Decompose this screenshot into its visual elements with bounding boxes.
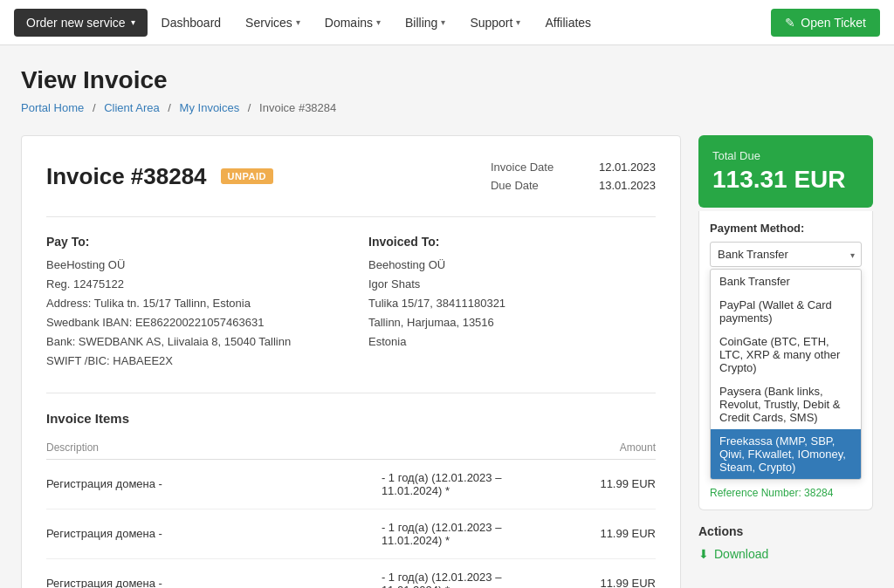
open-ticket-button[interactable]: ✎ Open Ticket xyxy=(771,9,880,37)
pay-to-block: Pay To: BeeHosting OÜReg. 12475122Addres… xyxy=(46,235,334,372)
payment-card: Payment Method: Bank TransferPayPal (Wal… xyxy=(698,211,873,510)
item-description: Регистрация домена - xyxy=(46,558,382,588)
page-title: View Invoice xyxy=(21,66,873,94)
invoice-number: Invoice #38284 xyxy=(46,163,207,190)
item-description: Регистрация домена - xyxy=(46,459,382,509)
order-new-service-button[interactable]: Order new service ▾ xyxy=(14,9,148,37)
order-caret-icon: ▾ xyxy=(131,17,135,27)
invoice-items-table: Description Amount Регистрация домена - … xyxy=(46,436,656,588)
download-button[interactable]: ⬇ Download xyxy=(698,547,768,561)
invoice-header: Invoice #38284 UNPAID Invoice Date 12.01… xyxy=(46,161,656,192)
support-caret-icon: ▾ xyxy=(516,17,520,27)
services-caret-icon: ▾ xyxy=(296,17,300,27)
total-label: Total Due xyxy=(712,149,859,162)
payment-method-label: Payment Method: xyxy=(710,222,862,235)
invoice-dates: Invoice Date 12.01.2023 Due Date 13.01.2… xyxy=(491,161,656,192)
item-amount: 11.99 EUR xyxy=(564,509,656,558)
breadcrumb-client-area[interactable]: Client Area xyxy=(104,101,160,114)
nav-billing[interactable]: Billing ▾ xyxy=(395,0,456,45)
status-badge: UNPAID xyxy=(221,168,273,184)
invoiced-to-lines: Beehosting OÜIgor ShatsTulika 15/17, 384… xyxy=(368,256,656,352)
col-amount: Amount xyxy=(564,436,656,460)
actions-section: Actions ⬇ Download xyxy=(698,524,873,561)
breadcrumb: Portal Home / Client Area / My Invoices … xyxy=(21,101,873,114)
pay-to-lines: BeeHosting OÜReg. 12475122Address: Tulik… xyxy=(46,256,334,372)
nav-dashboard[interactable]: Dashboard xyxy=(151,0,232,45)
table-row: Регистрация домена - - 1 год(а) (12.01.2… xyxy=(46,509,656,558)
invoice-date-value: 12.01.2023 xyxy=(599,161,656,174)
due-date-value: 13.01.2023 xyxy=(599,179,656,192)
billing-caret-icon: ▾ xyxy=(441,17,445,27)
dropdown-item[interactable]: PayPal (Wallet & Card payments) xyxy=(711,293,861,330)
table-row: Регистрация домена - - 1 год(а) (12.01.2… xyxy=(46,558,656,588)
sidebar: Total Due 113.31 EUR Payment Method: Ban… xyxy=(698,135,873,561)
invoice-card: Invoice #38284 UNPAID Invoice Date 12.01… xyxy=(21,135,681,588)
item-amount: 11.99 EUR xyxy=(564,558,656,588)
invoice-date-label: Invoice Date xyxy=(491,161,578,174)
col-description: Description xyxy=(46,436,382,460)
order-label: Order new service xyxy=(26,16,126,30)
breadcrumb-current: Invoice #38284 xyxy=(259,101,336,114)
dropdown-item[interactable]: Freekassa (MMP, SBP, Qiwi, FKwallet, IОm… xyxy=(711,429,861,479)
domains-caret-icon: ▾ xyxy=(376,17,381,27)
invoiced-to-block: Invoiced To: Beehosting OÜIgor ShatsTuli… xyxy=(368,235,656,372)
total-amount: 113.31 EUR xyxy=(712,166,859,194)
payment-dropdown[interactable]: Bank TransferPayPal (Wallet & Card payme… xyxy=(710,269,862,480)
address-section: Pay To: BeeHosting OÜReg. 12475122Addres… xyxy=(46,235,656,372)
reference-number: Reference Number: 38284 xyxy=(710,487,862,499)
main-content: View Invoice Portal Home / Client Area /… xyxy=(0,45,894,588)
table-row: Регистрация домена - - 1 год(а) (12.01.2… xyxy=(46,459,656,509)
nav-domains[interactable]: Domains ▾ xyxy=(314,0,391,45)
item-description: Регистрация домена - xyxy=(46,509,382,558)
dropdown-item[interactable]: Paysera (Bank links, Revolut, Trustly, D… xyxy=(711,379,861,429)
content-layout: Invoice #38284 UNPAID Invoice Date 12.01… xyxy=(21,135,873,588)
breadcrumb-my-invoices[interactable]: My Invoices xyxy=(180,101,240,114)
due-date-label: Due Date xyxy=(491,179,578,192)
navbar: Order new service ▾ Dashboard Services ▾… xyxy=(0,0,894,45)
pay-to-title: Pay To: xyxy=(46,235,334,249)
actions-title: Actions xyxy=(698,524,873,538)
total-card: Total Due 113.31 EUR xyxy=(698,135,873,208)
breadcrumb-home[interactable]: Portal Home xyxy=(21,101,84,114)
nav-support[interactable]: Support ▾ xyxy=(459,0,531,45)
item-period: - 1 год(а) (12.01.2023 – 11.01.2024) * xyxy=(382,558,564,588)
item-period: - 1 год(а) (12.01.2023 – 11.01.2024) * xyxy=(382,459,564,509)
nav-affiliates[interactable]: Affiliates xyxy=(534,0,602,45)
ticket-icon: ✎ xyxy=(785,16,795,30)
dropdown-item[interactable]: Bank Transfer xyxy=(711,270,861,293)
invoiced-to-title: Invoiced To: xyxy=(368,235,656,249)
download-icon: ⬇ xyxy=(698,547,709,561)
invoice-items-title: Invoice Items xyxy=(46,411,656,426)
dropdown-item[interactable]: CoinGate (BTC, ETH, LTC, XRP & many othe… xyxy=(711,330,861,379)
payment-select-wrapper: Bank TransferPayPal (Wallet & Card payme… xyxy=(710,242,862,267)
item-amount: 11.99 EUR xyxy=(564,459,656,509)
nav-services[interactable]: Services ▾ xyxy=(235,0,311,45)
item-period: - 1 год(а) (12.01.2023 – 11.01.2024) * xyxy=(382,509,564,558)
payment-method-select[interactable]: Bank TransferPayPal (Wallet & Card payme… xyxy=(710,242,862,267)
